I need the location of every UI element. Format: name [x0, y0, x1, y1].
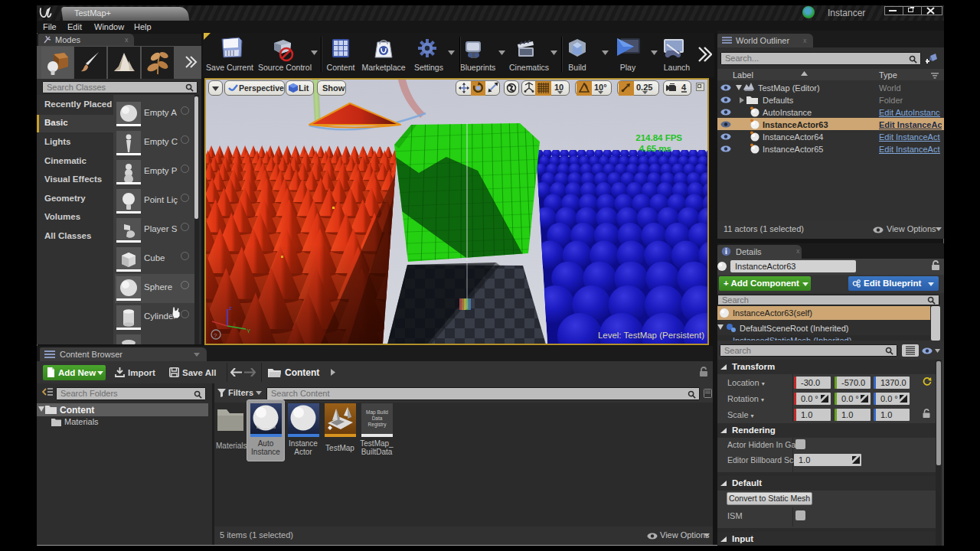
svg-text:Y: Y	[247, 328, 251, 334]
svg-text:214.84 FPS: 214.84 FPS	[635, 133, 682, 142]
svg-text:4.65 ms: 4.65 ms	[639, 144, 671, 153]
svg-text:?: ?	[214, 332, 217, 339]
svg-text:z: z	[229, 305, 232, 311]
svg-text:Level: TestMap (Persistent): Level: TestMap (Persistent)	[598, 331, 704, 340]
